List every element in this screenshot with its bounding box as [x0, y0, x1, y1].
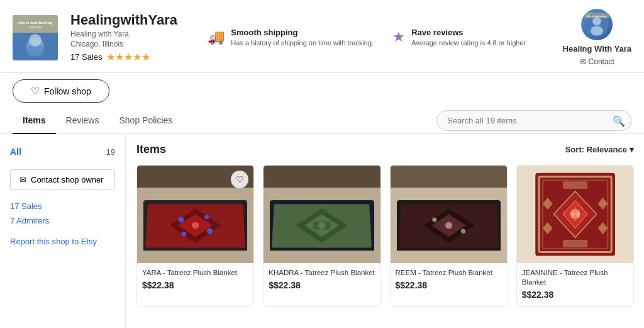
shipping-badge: 🚚 Smooth shipping Has a history of shipp… — [208, 28, 374, 47]
item-info-1: YARA - Tatreez Plush Blanket $22.38 — [137, 263, 253, 297]
item-name-1: YARA - Tatreez Plush Blanket — [142, 268, 248, 278]
filter-all-count: 19 — [106, 147, 115, 157]
shop-name: HealingwithYara — [70, 12, 177, 28]
trust-badges: 🚚 Smooth shipping Has a history of shipp… — [190, 28, 544, 47]
filter-all-label[interactable]: All — [10, 147, 21, 157]
item-image-4 — [517, 166, 633, 263]
item-image-3 — [391, 166, 507, 263]
shop-avatar-image: this is how healing feels like — [13, 15, 58, 60]
heart-icon: ♡ — [31, 85, 40, 97]
svg-point-9 — [591, 26, 603, 35]
star-rating: ★★★★★ — [106, 51, 150, 63]
follow-shop-label: Follow shop — [44, 86, 91, 96]
reviews-badge: ★ Rave reviews Average review rating is … — [392, 28, 526, 47]
shop-header: this is how healing feels like Healingwi… — [0, 0, 644, 73]
envelope-icon: ✉ — [580, 57, 586, 66]
svg-text:this is how healing: this is how healing — [18, 21, 52, 25]
sales-count: 17 Sales — [70, 52, 103, 62]
item-price-3: $22.38 — [396, 280, 502, 290]
profile-name: Healing With Yara — [563, 44, 631, 54]
reviews-badge-text: Rave reviews Average review rating is 4.… — [411, 28, 526, 47]
item-card-2[interactable]: KHADRA - Tatreez Plush Blanket $22.38 — [263, 165, 380, 307]
shipping-badge-desc: Has a history of shipping on time with t… — [231, 39, 374, 47]
items-grid: ♡ YARA - Tatreez Plush Blanket $22.38 — [136, 165, 634, 307]
profile-section: this is how healing Healing With Yara ✉ … — [563, 9, 631, 66]
item-name-4: JEANNINE - Tatreez Plush Blanket — [522, 268, 628, 287]
search-input[interactable] — [436, 110, 631, 131]
item-card-3[interactable]: REEM - Tatreez Plush Blanket $22.38 — [390, 165, 508, 307]
admirers-link[interactable]: 7 Admirers — [10, 216, 115, 225]
shipping-badge-text: Smooth shipping Has a history of shippin… — [231, 28, 374, 47]
items-header: Items Sort: Relevance ▾ — [136, 143, 634, 156]
search-icon: 🔍 — [613, 115, 625, 126]
item-price-2: $22.38 — [269, 280, 375, 290]
nav-tabs: Items Reviews Shop Policies 🔍 — [0, 108, 644, 134]
svg-rect-44 — [563, 181, 587, 189]
sort-control[interactable]: Sort: Relevance ▾ — [565, 145, 634, 154]
svg-point-15 — [192, 222, 199, 229]
search-box: 🔍 — [436, 110, 631, 131]
sort-label: Sort: Relevance — [565, 145, 627, 154]
item-info-2: KHADRA - Tatreez Plush Blanket $22.38 — [264, 263, 380, 297]
svg-point-6 — [29, 34, 42, 47]
shop-location: Chicago, Illinois — [70, 40, 177, 48]
sidebar-filter: All 19 — [10, 144, 115, 159]
item-card-1[interactable]: ♡ YARA - Tatreez Plush Blanket $22.38 — [136, 165, 254, 307]
item-info-4: JEANNINE - Tatreez Plush Blanket $22.38 — [517, 263, 633, 306]
shop-info: HealingwithYara Healing with Yara Chicag… — [70, 12, 177, 63]
item-info-3: REEM - Tatreez Plush Blanket $22.38 — [391, 263, 507, 297]
report-shop-link[interactable]: Report this shop to Etsy — [10, 237, 115, 246]
item-price-1: $22.38 — [142, 280, 248, 290]
shop-stats: 17 Sales ★★★★★ — [70, 51, 177, 63]
profile-avatar: this is how healing — [581, 9, 613, 40]
reviews-badge-title: Rave reviews — [411, 28, 526, 37]
tab-reviews[interactable]: Reviews — [56, 108, 109, 134]
tab-items[interactable]: Items — [13, 108, 56, 134]
item-card-4[interactable]: JEANNINE - Tatreez Plush Blanket $22.38 — [516, 165, 634, 307]
item-price-4: $22.38 — [522, 290, 628, 300]
profile-contact-link[interactable]: ✉ Contact — [580, 57, 614, 66]
svg-text:this is how healing: this is how healing — [587, 15, 606, 18]
contact-owner-label: Contact shop owner — [31, 175, 104, 184]
envelope-icon-2: ✉ — [19, 175, 26, 184]
items-title: Items — [136, 143, 166, 156]
contact-shop-owner-button[interactable]: ✉ Contact shop owner — [10, 169, 115, 190]
contact-link-label: Contact — [589, 57, 614, 66]
svg-rect-45 — [563, 240, 587, 247]
sidebar: All 19 ✉ Contact shop owner 17 Sales 7 A… — [0, 134, 126, 328]
search-button[interactable]: 🔍 — [613, 115, 625, 127]
shop-avatar: this is how healing feels like — [13, 15, 58, 60]
shipping-badge-title: Smooth shipping — [231, 28, 374, 37]
sort-chevron-icon: ▾ — [630, 145, 634, 154]
shipping-icon: 🚚 — [208, 29, 225, 45]
sidebar-links: 17 Sales 7 Admirers — [10, 201, 115, 225]
follow-shop-button[interactable]: ♡ Follow shop — [13, 79, 109, 103]
shop-tagline: Healing with Yara — [70, 30, 177, 38]
items-area: Items Sort: Relevance ▾ — [126, 134, 644, 328]
item-image-2 — [264, 166, 380, 263]
item-name-3: REEM - Tatreez Plush Blanket — [396, 268, 502, 278]
follow-section: ♡ Follow shop — [0, 73, 644, 108]
tab-shop-policies[interactable]: Shop Policies — [109, 108, 182, 134]
sales-link[interactable]: 17 Sales — [10, 201, 115, 211]
tabs-left: Items Reviews Shop Policies — [13, 108, 182, 133]
svg-rect-24 — [313, 222, 331, 230]
item-name-2: KHADRA - Tatreez Plush Blanket — [269, 268, 375, 278]
reviews-badge-desc: Average review rating is 4.8 or higher — [411, 39, 526, 47]
rave-reviews-icon: ★ — [392, 29, 405, 45]
main-content: All 19 ✉ Contact shop owner 17 Sales 7 A… — [0, 134, 644, 328]
filter-row-all: All 19 — [10, 144, 115, 159]
svg-text:feels like: feels like — [29, 25, 42, 29]
